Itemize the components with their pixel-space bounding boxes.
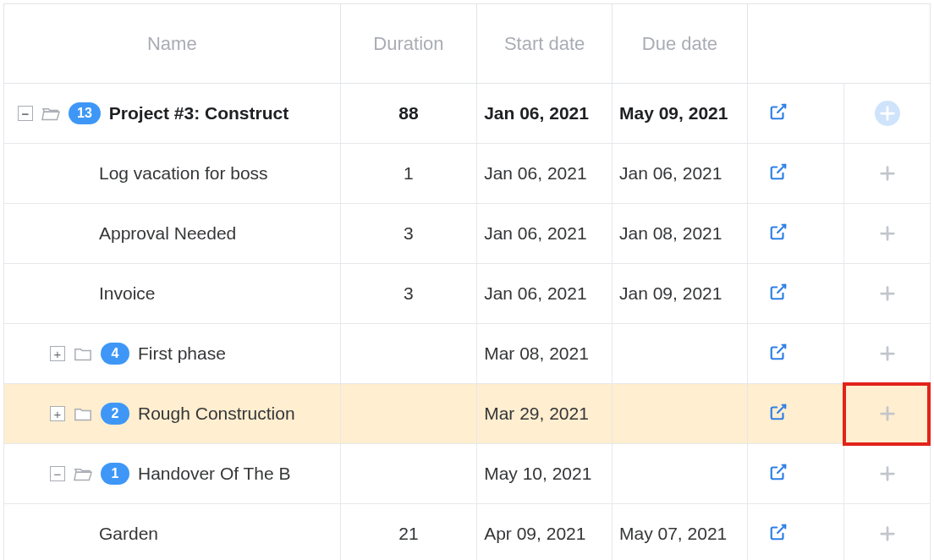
- table-container: Name Duration Start date Due date −13Pro…: [3, 3, 931, 560]
- start-date-cell[interactable]: Mar 08, 2021: [477, 324, 613, 384]
- due-date-cell[interactable]: May 07, 2021: [613, 504, 748, 561]
- duration-cell[interactable]: [340, 444, 477, 504]
- header-name[interactable]: Name: [4, 4, 341, 84]
- header-actions: [747, 4, 930, 84]
- row-label[interactable]: Project #3: Construct: [109, 103, 288, 124]
- folder-icon: [74, 466, 92, 481]
- start-date-cell[interactable]: Jan 06, 2021: [477, 144, 613, 204]
- external-link-icon[interactable]: [769, 403, 788, 421]
- start-date-cell[interactable]: Apr 09, 2021: [477, 504, 613, 561]
- header-duration[interactable]: Duration: [340, 4, 477, 84]
- add-cell: [844, 504, 931, 561]
- start-date-cell[interactable]: Jan 06, 2021: [477, 204, 613, 264]
- external-link-icon[interactable]: [769, 463, 788, 481]
- table-row[interactable]: Approval Needed3Jan 06, 2021Jan 08, 2021: [4, 204, 931, 264]
- add-button[interactable]: [875, 161, 900, 186]
- duration-cell[interactable]: [340, 384, 477, 444]
- project-table: Name Duration Start date Due date −13Pro…: [3, 3, 931, 560]
- row-label[interactable]: Rough Construction: [138, 404, 295, 424]
- add-button[interactable]: [875, 401, 900, 426]
- external-link-icon[interactable]: [769, 283, 788, 301]
- name-cell: Invoice: [4, 264, 341, 324]
- expand-icon[interactable]: +: [50, 406, 65, 421]
- external-link-icon[interactable]: [769, 222, 788, 241]
- add-button[interactable]: [875, 341, 900, 366]
- add-cell: [844, 204, 931, 264]
- due-date-cell[interactable]: May 09, 2021: [613, 84, 748, 144]
- table-row[interactable]: −13Project #3: Construct88Jan 06, 2021Ma…: [4, 84, 931, 144]
- duration-cell[interactable]: 3: [340, 204, 477, 264]
- header-due[interactable]: Due date: [613, 4, 748, 84]
- count-badge: 1: [101, 463, 129, 485]
- folder-icon: [41, 106, 60, 121]
- due-date-cell[interactable]: Jan 06, 2021: [613, 144, 748, 204]
- open-link-cell: [747, 84, 844, 144]
- due-date-cell[interactable]: [613, 444, 748, 504]
- duration-cell[interactable]: 1: [340, 144, 477, 204]
- add-cell: [844, 384, 931, 444]
- due-date-cell[interactable]: Jan 09, 2021: [613, 264, 748, 324]
- row-label[interactable]: Log vacation for boss: [99, 163, 268, 184]
- add-cell: [844, 84, 931, 144]
- count-badge: 2: [101, 403, 129, 425]
- add-button[interactable]: [875, 461, 900, 486]
- row-label[interactable]: Approval Needed: [99, 223, 236, 244]
- open-link-cell: [747, 444, 844, 504]
- add-cell: [844, 444, 931, 504]
- add-cell: [844, 144, 931, 204]
- name-cell: Garden: [4, 504, 341, 561]
- duration-cell[interactable]: 3: [340, 264, 477, 324]
- duration-cell[interactable]: 21: [340, 504, 477, 561]
- add-button[interactable]: [875, 521, 900, 546]
- row-label[interactable]: Invoice: [99, 283, 156, 304]
- count-badge: 13: [69, 102, 101, 124]
- collapse-icon[interactable]: −: [18, 106, 33, 121]
- start-date-cell[interactable]: Jan 06, 2021: [477, 84, 613, 144]
- table-row[interactable]: +2Rough ConstructionMar 29, 2021: [4, 384, 931, 444]
- name-cell: Approval Needed: [4, 204, 341, 264]
- table-row[interactable]: Garden21Apr 09, 2021May 07, 2021: [4, 504, 931, 561]
- row-label[interactable]: Handover Of The B: [138, 464, 291, 484]
- row-label[interactable]: First phase: [138, 343, 226, 364]
- add-button[interactable]: [875, 101, 900, 126]
- due-date-cell[interactable]: [613, 384, 748, 444]
- table-row[interactable]: +4First phaseMar 08, 2021: [4, 324, 931, 384]
- open-link-cell: [747, 504, 844, 561]
- name-cell: +2Rough Construction: [4, 384, 341, 444]
- duration-cell[interactable]: [340, 324, 477, 384]
- add-button[interactable]: [875, 281, 900, 306]
- open-link-cell: [747, 144, 844, 204]
- open-link-cell: [747, 264, 844, 324]
- start-date-cell[interactable]: May 10, 2021: [477, 444, 613, 504]
- duration-cell[interactable]: 88: [340, 84, 477, 144]
- count-badge: 4: [101, 343, 129, 365]
- header-row: Name Duration Start date Due date: [4, 4, 931, 84]
- table-row[interactable]: −1Handover Of The BMay 10, 2021: [4, 444, 931, 504]
- name-cell: Log vacation for boss: [4, 144, 341, 204]
- add-button[interactable]: [875, 221, 900, 246]
- table-row[interactable]: Log vacation for boss1Jan 06, 2021Jan 06…: [4, 144, 931, 204]
- header-start[interactable]: Start date: [477, 4, 613, 84]
- folder-icon: [74, 346, 92, 361]
- expand-icon[interactable]: +: [50, 346, 65, 361]
- row-label[interactable]: Garden: [99, 524, 158, 544]
- name-cell: +4First phase: [4, 324, 341, 384]
- table-row[interactable]: Invoice3Jan 06, 2021Jan 09, 2021: [4, 264, 931, 324]
- due-date-cell[interactable]: Jan 08, 2021: [613, 204, 748, 264]
- add-cell: [844, 264, 931, 324]
- open-link-cell: [747, 204, 844, 264]
- external-link-icon[interactable]: [769, 523, 788, 541]
- start-date-cell[interactable]: Mar 29, 2021: [477, 384, 613, 444]
- add-cell: [844, 324, 931, 384]
- collapse-icon[interactable]: −: [50, 466, 65, 481]
- due-date-cell[interactable]: [613, 324, 748, 384]
- external-link-icon[interactable]: [769, 343, 788, 361]
- external-link-icon[interactable]: [769, 102, 788, 121]
- open-link-cell: [747, 384, 844, 444]
- name-cell: −13Project #3: Construct: [4, 84, 341, 144]
- open-link-cell: [747, 324, 844, 384]
- external-link-icon[interactable]: [769, 162, 788, 181]
- start-date-cell[interactable]: Jan 06, 2021: [477, 264, 613, 324]
- name-cell: −1Handover Of The B: [4, 444, 341, 504]
- folder-icon: [74, 406, 92, 421]
